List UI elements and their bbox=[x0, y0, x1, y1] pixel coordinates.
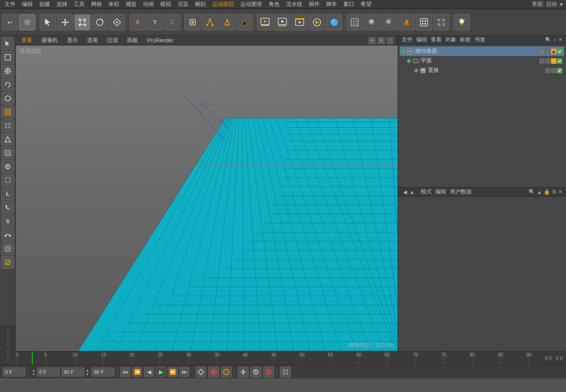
disp-icon-b[interactable] bbox=[551, 68, 556, 73]
view-layout-button[interactable] bbox=[433, 14, 449, 31]
left-tool-13[interactable]: S bbox=[1, 215, 14, 228]
rotate-button[interactable] bbox=[92, 14, 108, 31]
menu-mesh[interactable]: 网格 bbox=[88, 0, 105, 9]
rp-close-btn[interactable]: ✕ bbox=[558, 37, 562, 43]
redo-button[interactable] bbox=[19, 14, 36, 31]
menu-pipeline[interactable]: 流水线 bbox=[283, 0, 305, 9]
left-tool-5[interactable] bbox=[1, 106, 14, 118]
viewport-fullscreen-btn[interactable]: ⬡ bbox=[387, 37, 394, 44]
x-axis-button[interactable]: X bbox=[129, 14, 146, 31]
timeline-tick-50[interactable]: 50 bbox=[300, 351, 305, 365]
left-tool-10[interactable] bbox=[1, 174, 14, 187]
y-axis-button[interactable]: Y bbox=[147, 14, 163, 31]
menu-character[interactable]: 角色 bbox=[266, 0, 282, 9]
viewport-menu-camera[interactable]: 摄像机 bbox=[40, 36, 60, 44]
menu-motion-tracker[interactable]: 运动跟踪 bbox=[209, 0, 237, 9]
left-tool-11[interactable]: L bbox=[1, 188, 14, 200]
viewport-canvas[interactable]: Y X 网格间距：100 cm bbox=[16, 46, 398, 351]
menu-mograph[interactable]: 运动图形 bbox=[238, 0, 265, 9]
rp-menu-edit[interactable]: 编辑 bbox=[416, 36, 427, 44]
scale-button[interactable] bbox=[74, 14, 91, 31]
viewport-menu-view[interactable]: 查看 bbox=[20, 36, 34, 44]
interactive-render-button[interactable] bbox=[309, 14, 325, 31]
start-frame-field[interactable]: 0 F bbox=[37, 367, 60, 377]
timeline-tick-0[interactable]: 0 bbox=[16, 351, 19, 365]
move-tool-transport[interactable] bbox=[238, 367, 249, 377]
plane-icon-d[interactable] bbox=[557, 58, 562, 64]
start-frame-stepper[interactable]: ▲ ▼ bbox=[31, 368, 36, 376]
timeline-tick-70[interactable]: 70 bbox=[413, 351, 418, 365]
menu-edit[interactable]: 编辑 bbox=[19, 0, 36, 9]
menu-file[interactable]: 文件 bbox=[2, 0, 18, 9]
timeline-tick-45[interactable]: 45 bbox=[271, 351, 276, 365]
render-picture-viewer-button[interactable] bbox=[274, 14, 291, 31]
left-tool-14[interactable] bbox=[1, 229, 14, 241]
menu-help[interactable]: 希望 bbox=[358, 0, 374, 9]
timeline-tick-35[interactable]: 35 bbox=[214, 351, 219, 365]
timeline-tick-20[interactable]: 20 bbox=[129, 351, 134, 365]
gouraud-shading-lines-button[interactable] bbox=[381, 14, 398, 31]
timeline-tick-5[interactable]: 5 bbox=[44, 351, 47, 365]
attr-lock-btn[interactable]: 🔒 bbox=[544, 189, 550, 195]
menu-simulate[interactable]: 模拟 bbox=[158, 0, 174, 9]
attr-menu-edit[interactable]: 编辑 bbox=[435, 188, 446, 196]
light-button[interactable] bbox=[454, 14, 470, 31]
record-button[interactable] bbox=[208, 367, 219, 377]
keyframe-button[interactable] bbox=[195, 367, 206, 377]
rp-menu-object[interactable]: 对象 bbox=[445, 36, 456, 44]
menu-sculpt[interactable]: 雕刻 bbox=[192, 0, 209, 9]
menu-select[interactable]: 选择 bbox=[54, 0, 70, 9]
step-back-button[interactable]: ⏪ bbox=[132, 367, 142, 377]
left-tool-15[interactable] bbox=[1, 242, 14, 255]
menu-create[interactable]: 创建 bbox=[36, 0, 53, 9]
auto-keyframe-button[interactable]: ? bbox=[221, 367, 232, 377]
end-frame-field2[interactable]: 90 F bbox=[92, 367, 114, 377]
timeline-tick-55[interactable]: 55 bbox=[328, 351, 333, 365]
menu-tools[interactable]: 工具 bbox=[71, 0, 87, 9]
undo-button[interactable]: ↩ bbox=[2, 14, 18, 31]
viewport-menu-options[interactable]: 选项 bbox=[85, 36, 100, 44]
quick-shading-button[interactable] bbox=[398, 14, 415, 31]
viewport[interactable]: 查看 摄像机 显示 选项 过滤 面板 ProRender ⊕ ⊞ ⬡ 透视视图 bbox=[16, 36, 398, 351]
viewport-settings-btn[interactable]: ⊞ bbox=[377, 37, 385, 44]
menu-script[interactable]: 脚本 bbox=[323, 0, 340, 9]
disp-icon-c[interactable] bbox=[557, 68, 562, 73]
left-tool-16[interactable] bbox=[1, 256, 14, 269]
timeline-tick-15[interactable]: 15 bbox=[101, 351, 106, 365]
polygon-mode-button[interactable] bbox=[236, 14, 253, 31]
move-button[interactable] bbox=[57, 14, 73, 31]
end-frame-field[interactable]: 90 F bbox=[61, 367, 84, 377]
rp-menu-bookmark[interactable]: 书签 bbox=[474, 36, 485, 44]
left-tool-4[interactable] bbox=[1, 92, 14, 105]
left-tool-1[interactable] bbox=[1, 51, 14, 64]
obj-icon-c[interactable] bbox=[551, 49, 556, 54]
attr-up-btn[interactable]: ▲ bbox=[537, 189, 542, 195]
play-reverse-button[interactable]: ◀ bbox=[144, 367, 154, 377]
obj-icon-d[interactable] bbox=[557, 49, 562, 54]
menu-animate[interactable]: 动画 bbox=[140, 0, 157, 9]
select-mode-button[interactable] bbox=[40, 14, 56, 31]
step-forward-button[interactable]: ⏩ bbox=[168, 367, 178, 377]
left-tool-9[interactable] bbox=[1, 160, 14, 173]
timeline-tick-40[interactable]: 40 bbox=[243, 351, 248, 365]
gouraud-shading-button[interactable] bbox=[364, 14, 380, 31]
timeline-tick-80[interactable]: 80 bbox=[470, 351, 475, 365]
left-tool-7[interactable] bbox=[1, 133, 14, 146]
obj-icon-b[interactable] bbox=[545, 49, 551, 54]
plane-icon-b[interactable] bbox=[545, 58, 551, 64]
motion-button[interactable] bbox=[263, 367, 274, 377]
render-settings-button[interactable] bbox=[291, 14, 308, 31]
rp-menu-file[interactable]: 文件 bbox=[402, 36, 413, 44]
obj-icon-a[interactable] bbox=[539, 49, 545, 54]
attr-search-btn[interactable]: 🔍 bbox=[529, 189, 535, 195]
edge-mode-button[interactable] bbox=[219, 14, 235, 31]
tree-item-displacement[interactable]: 置换 bbox=[400, 66, 564, 75]
menu-plugins[interactable]: 插件 bbox=[306, 0, 322, 9]
rp-menu-view[interactable]: 查看 bbox=[431, 36, 442, 44]
object-mode-button[interactable] bbox=[184, 14, 201, 31]
timeline-tick-25[interactable]: 25 bbox=[158, 351, 163, 365]
timeline-ruler[interactable]: 0510152025303540455055606570758085900 F bbox=[16, 351, 553, 365]
go-to-end-button[interactable]: ⏭ bbox=[179, 367, 189, 377]
plane-icon-c[interactable] bbox=[551, 58, 556, 64]
disp-icon-a[interactable] bbox=[545, 68, 551, 73]
